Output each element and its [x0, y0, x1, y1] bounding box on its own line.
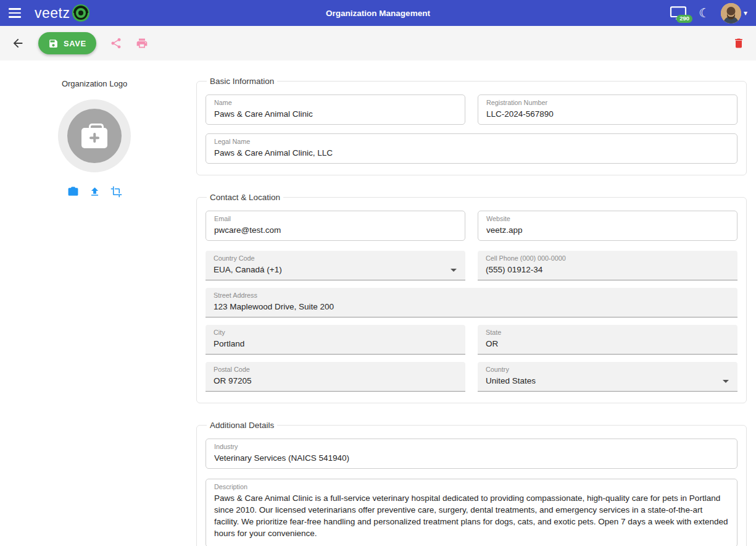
- country-code-field[interactable]: Country Code: [206, 251, 465, 280]
- state-label: State: [486, 329, 729, 336]
- state-field: State: [478, 325, 737, 355]
- industry-label: Industry: [214, 443, 729, 450]
- print-icon: [136, 37, 148, 49]
- name-label: Name: [214, 99, 457, 106]
- upload-logo-button[interactable]: [89, 186, 101, 198]
- section-additional-details: Additional Details Industry Description …: [196, 421, 747, 546]
- email-label: Email: [214, 215, 457, 222]
- name-field: Name: [206, 94, 465, 125]
- website-input[interactable]: [486, 225, 729, 235]
- country-label: Country: [486, 366, 729, 373]
- industry-field: Industry: [206, 439, 737, 469]
- street-address-label: Street Address: [214, 292, 729, 299]
- legal-name-label: Legal Name: [214, 138, 729, 145]
- industry-input[interactable]: [214, 453, 729, 463]
- back-button[interactable]: [11, 36, 25, 50]
- camera-icon: [67, 186, 79, 198]
- add-logo-case-icon: [81, 128, 107, 148]
- email-input[interactable]: [214, 225, 457, 235]
- sessions-monitor-icon[interactable]: 290: [669, 6, 687, 20]
- description-field: Description Paws & Care Animal Clinic is…: [206, 479, 737, 546]
- print-button[interactable]: [136, 37, 148, 49]
- state-input[interactable]: [486, 339, 729, 348]
- country-code-label: Country Code: [214, 254, 457, 262]
- hamburger-menu-icon[interactable]: [9, 5, 25, 21]
- form-area: Basic Information Name Registration Numb…: [189, 77, 756, 546]
- street-address-field: Street Address: [206, 288, 737, 317]
- take-photo-button[interactable]: [67, 186, 79, 198]
- postal-code-input[interactable]: [214, 376, 457, 385]
- chevron-down-icon: ▾: [744, 9, 747, 17]
- street-address-input[interactable]: [214, 302, 729, 311]
- city-field: City: [206, 325, 465, 355]
- legal-name-field: Legal Name: [206, 133, 737, 164]
- country-select[interactable]: [486, 376, 729, 385]
- registration-number-label: Registration Number: [486, 99, 729, 106]
- registration-number-input[interactable]: [486, 109, 729, 119]
- city-input[interactable]: [214, 339, 457, 348]
- website-label: Website: [486, 215, 729, 222]
- postal-code-field: Postal Code: [206, 362, 465, 392]
- description-label: Description: [214, 483, 729, 490]
- user-avatar: [721, 3, 741, 23]
- save-button-label: SAVE: [64, 39, 86, 48]
- share-icon: [110, 37, 122, 49]
- logo-panel-label: Organization Logo: [62, 79, 127, 88]
- country-field[interactable]: Country: [478, 362, 737, 392]
- trash-icon: [733, 37, 745, 49]
- appbar-actions: 290 ☾ ▾: [669, 3, 747, 23]
- app-bar: veetz Organization Management 290 ☾ ▾: [0, 0, 756, 26]
- cell-phone-label: Cell Phone (000) 000-0000: [486, 254, 729, 262]
- save-icon: [48, 38, 59, 49]
- upload-icon: [89, 186, 101, 198]
- section-basic-legend: Basic Information: [207, 77, 277, 86]
- delete-button[interactable]: [733, 37, 745, 49]
- main-content: Organization Logo: [0, 61, 756, 546]
- back-arrow-icon: [11, 36, 25, 50]
- section-basic-information: Basic Information Name Registration Numb…: [196, 77, 747, 175]
- organization-logo-placeholder[interactable]: [58, 99, 131, 172]
- brand-name: veetz: [35, 5, 70, 22]
- cell-phone-input[interactable]: [486, 265, 729, 274]
- section-contact-legend: Contact & Location: [207, 193, 283, 202]
- logo-placeholder-circle: [67, 109, 122, 163]
- crop-icon: [110, 186, 122, 198]
- share-button[interactable]: [110, 37, 122, 49]
- description-textarea[interactable]: Paws & Care Animal Clinic is a full-serv…: [214, 492, 729, 542]
- logo-actions: [67, 186, 122, 198]
- website-field: Website: [478, 211, 737, 241]
- section-additional-legend: Additional Details: [207, 421, 277, 430]
- dropdown-caret-icon[interactable]: [451, 269, 457, 272]
- action-toolbar: SAVE: [0, 26, 756, 61]
- brand-logo-icon: [72, 4, 90, 22]
- brand: veetz: [35, 4, 90, 22]
- dropdown-caret-icon[interactable]: [723, 380, 729, 383]
- city-label: City: [214, 329, 457, 336]
- name-input[interactable]: [214, 109, 457, 119]
- crop-logo-button[interactable]: [110, 186, 122, 198]
- email-field: Email: [206, 211, 465, 241]
- cell-phone-field: Cell Phone (000) 000-0000: [478, 251, 737, 280]
- page-title: Organization Management: [326, 9, 430, 18]
- notification-badge: 290: [676, 15, 692, 23]
- section-contact-location: Contact & Location Email Website Country…: [196, 193, 747, 403]
- postal-code-label: Postal Code: [214, 366, 457, 373]
- logo-panel: Organization Logo: [0, 77, 189, 546]
- registration-number-field: Registration Number: [478, 94, 737, 125]
- user-menu[interactable]: ▾: [721, 3, 747, 23]
- save-button[interactable]: SAVE: [38, 32, 96, 54]
- dark-mode-toggle-moon-icon[interactable]: ☾: [699, 7, 710, 19]
- country-code-select[interactable]: [214, 265, 457, 274]
- legal-name-input[interactable]: [214, 148, 729, 158]
